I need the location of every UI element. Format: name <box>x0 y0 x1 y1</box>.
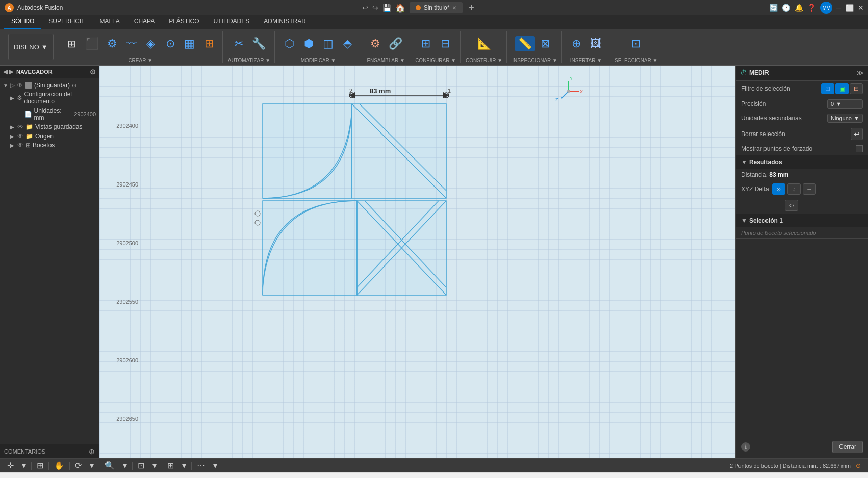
snap-arrow[interactable]: ▾ <box>19 460 29 471</box>
panel-expand-btn[interactable]: ≫ <box>856 69 864 77</box>
close-btn[interactable]: ✕ <box>858 4 864 12</box>
auto-btn1[interactable]: ✂ <box>229 36 248 51</box>
modify-btn4[interactable]: ⬘ <box>338 36 356 51</box>
inspect-btn1[interactable]: 📏 <box>515 36 535 51</box>
auto-btn2[interactable]: 🔧 <box>249 36 269 51</box>
build-btn1[interactable]: 📐 <box>474 36 494 51</box>
navigator-collapse-btn[interactable]: ⊙ <box>90 68 96 76</box>
help-icon[interactable]: ❓ <box>807 4 816 12</box>
restore-btn[interactable]: ⬜ <box>846 4 854 12</box>
results-header[interactable]: ▼ Resultados <box>736 155 868 169</box>
xyz-btn-1[interactable]: ⊙ <box>772 183 785 195</box>
grid-btn[interactable]: ⊞ <box>164 460 177 471</box>
visibility-icon-views[interactable]: 👁 <box>17 123 23 130</box>
minimize-btn[interactable]: ─ <box>836 4 841 12</box>
modify-btn2[interactable]: ⬢ <box>299 36 318 51</box>
display-btn[interactable]: ⊡ <box>135 460 147 471</box>
clock-icon[interactable]: 🕐 <box>782 4 790 12</box>
snap-tool-btn[interactable]: ✛ <box>4 460 17 471</box>
selection1-header[interactable]: ▼ Selección 1 <box>736 214 868 227</box>
snap-box-btn[interactable]: ⊞ <box>34 460 46 471</box>
tab-superficie[interactable]: SUPERFICIE <box>41 15 92 29</box>
notification-icon[interactable]: 🔔 <box>795 4 803 12</box>
comments-expand-btn[interactable]: ⊕ <box>89 447 95 456</box>
visibility-icon-root[interactable]: 👁 <box>17 82 23 89</box>
tree-expand-sketches[interactable]: ▶ <box>10 143 17 148</box>
info-icon[interactable]: ℹ <box>741 442 750 452</box>
insert-btn1[interactable]: ⊕ <box>567 36 585 51</box>
visibility-icon-origin[interactable]: 👁 <box>17 132 23 140</box>
xyz-btn-3[interactable]: ↔ <box>803 183 816 195</box>
assemble-btn2[interactable]: 🔗 <box>386 36 405 51</box>
inspect-btn2[interactable]: ⊠ <box>536 36 554 51</box>
doc-tab[interactable]: Sin titulo* ✕ <box>410 2 463 13</box>
tree-item-units[interactable]: 📄 Unidades: mm 2902400 <box>0 106 99 122</box>
nav-left-arrow[interactable]: ◀ <box>3 68 8 75</box>
user-avatar[interactable]: MV <box>820 2 832 14</box>
nav-right-arrow[interactable]: ▶ <box>9 68 13 75</box>
filter-btn-2[interactable]: ▣ <box>835 83 849 94</box>
sweep-btn[interactable]: 〰 <box>122 36 141 51</box>
visibility-icon-sketches[interactable]: 👁 <box>17 142 23 149</box>
insert-btn2[interactable]: 🖼 <box>586 36 605 51</box>
zoom-arrow[interactable]: ▾ <box>120 460 130 471</box>
more-btn[interactable]: ⋯ <box>194 460 208 471</box>
doc-close-btn[interactable]: ✕ <box>452 5 456 11</box>
tree-expand-views[interactable]: ▶ <box>10 124 17 130</box>
undo-btn[interactable]: ↩ <box>362 4 368 12</box>
pan-btn[interactable]: ✋ <box>51 460 67 471</box>
tab-administrar[interactable]: ADMINISTRAR <box>257 15 313 29</box>
tab-malla[interactable]: MALLA <box>92 15 126 29</box>
assemble-btn1[interactable]: ⚙ <box>366 36 385 51</box>
tab-utilidades[interactable]: UTILIDADES <box>207 15 257 29</box>
home-btn[interactable]: 🏠 <box>395 3 405 13</box>
tree-item-origin[interactable]: ▶ 👁 📁 Origen <box>0 131 99 141</box>
snap-checkbox[interactable] <box>856 145 863 152</box>
new-tab-btn[interactable]: + <box>469 3 474 13</box>
close-panel-btn[interactable]: Cerrar <box>832 441 863 453</box>
sync-icon[interactable]: 🔄 <box>769 4 778 12</box>
filter-btn-3[interactable]: ⊟ <box>850 83 863 94</box>
loft-btn[interactable]: ◈ <box>142 36 160 51</box>
tab-chapa[interactable]: CHAPA <box>127 15 162 29</box>
tree-eye-icon-root[interactable]: ⊙ <box>72 82 76 89</box>
rib-btn[interactable]: ▦ <box>181 36 199 51</box>
orbit-btn[interactable]: ⟳ <box>72 460 85 471</box>
hole-btn[interactable]: ⊙ <box>161 36 180 51</box>
select-btn1[interactable]: ⊡ <box>627 36 645 51</box>
ribbon-group-build: 📐 CONSTRUIR ▼ <box>462 31 507 63</box>
secondary-units-dropdown[interactable]: Ninguno ▼ <box>827 114 863 123</box>
tab-plastico[interactable]: PLÁSTICO <box>162 15 206 29</box>
tree-item-views[interactable]: ▶ 👁 📁 Vistas guardadas <box>0 122 99 131</box>
display-arrow[interactable]: ▾ <box>149 460 160 471</box>
fusion-logo-btn[interactable]: ⊙ <box>853 461 864 470</box>
tree-expand-root[interactable]: ▼ <box>3 83 10 88</box>
extrude-btn[interactable]: ⬛ <box>82 36 102 51</box>
grid-arrow[interactable]: ▾ <box>179 460 189 471</box>
more-arrow[interactable]: ▾ <box>210 460 220 471</box>
tree-expand-config[interactable]: ▶ <box>10 95 17 101</box>
revolve-btn[interactable]: ⚙ <box>103 36 121 51</box>
design-mode-btn[interactable]: DISEÑO ▼ <box>8 34 54 60</box>
redo-btn[interactable]: ↪ <box>372 4 378 12</box>
config-btn1[interactable]: ⊞ <box>417 36 435 51</box>
tree-item-root[interactable]: ▼ ▷ 👁 (Sin guardar) ⊙ <box>0 81 99 90</box>
tree-item-sketches[interactable]: ▶ 👁 ⊞ Bocetos <box>0 141 99 150</box>
orbit-arrow[interactable]: ▾ <box>87 460 97 471</box>
filter-btn-1[interactable]: ⊡ <box>821 83 834 94</box>
precision-dropdown[interactable]: 0 ▼ <box>827 99 863 109</box>
zoom-btn[interactable]: 🔍 <box>101 460 118 471</box>
tab-solido[interactable]: SÓLIDO <box>4 15 41 29</box>
clear-selection-btn[interactable]: ↩ <box>851 128 863 140</box>
config-btn2[interactable]: ⊟ <box>436 36 454 51</box>
tree-item-config[interactable]: ▶ ⚙ Configuración del documento <box>0 90 99 106</box>
modify-btn1[interactable]: ⬡ <box>280 36 298 51</box>
web-btn[interactable]: ⊞ <box>200 36 218 51</box>
xyz-btn-4[interactable]: ⇔ <box>785 200 798 211</box>
create-sketch-btn[interactable]: ⊞ <box>63 37 81 51</box>
canvas-area[interactable]: 2902400 2902450 2902500 2902550 2902600 … <box>99 66 735 458</box>
modify-btn3[interactable]: ◫ <box>319 36 337 51</box>
xyz-btn-2[interactable]: ↕ <box>787 183 801 195</box>
save-btn[interactable]: 💾 <box>382 4 391 12</box>
tree-expand-origin[interactable]: ▶ <box>10 134 17 139</box>
